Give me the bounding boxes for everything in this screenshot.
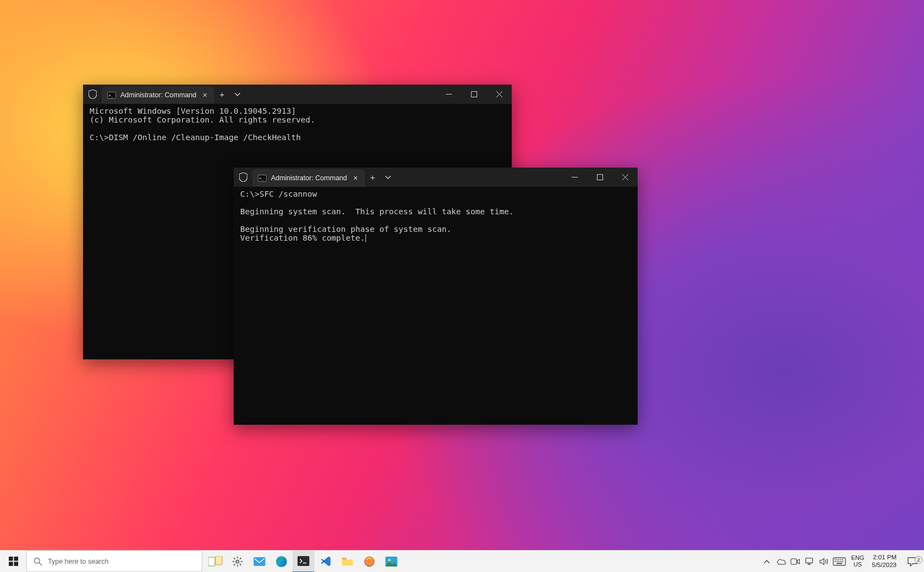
titlebar[interactable]: >_ Administrator: Command Prom × + [83,85,512,104]
svg-rect-14 [208,557,215,566]
tab-close-button[interactable]: × [351,174,359,182]
volume-icon[interactable] [817,551,831,573]
system-tray: ENG US 2:01 PM 5/5/2023 2 [760,551,924,572]
tab-title: Administrator: Command Prom [120,91,196,99]
start-button[interactable] [0,551,26,572]
svg-rect-45 [839,561,840,562]
output-line: Verification 86% complete. [240,234,365,242]
taskbar-app-edge[interactable] [270,551,292,573]
tab-close-button[interactable]: × [201,91,209,99]
output-line: Beginning system scan. This process will… [240,207,514,216]
svg-rect-41 [840,559,842,560]
action-center-button[interactable]: 2 [901,557,924,567]
taskbar-apps [202,551,402,572]
taskbar-app-terminal[interactable] [292,551,314,573]
svg-line-24 [240,558,241,559]
svg-rect-46 [840,561,842,562]
svg-text:>_: >_ [108,92,113,97]
svg-text:>_: >_ [259,175,264,180]
taskbar-app-news[interactable] [204,551,226,573]
notification-count-badge: 2 [915,556,922,564]
output-line: C:\>SFC /scannow [240,190,317,198]
svg-rect-8 [9,557,13,561]
search-icon [34,557,42,566]
tab[interactable]: >_ Administrator: Command Prom × [252,169,365,187]
minimize-button[interactable] [436,85,461,104]
maximize-button[interactable] [461,85,486,104]
svg-rect-10 [9,562,13,566]
svg-point-12 [35,558,40,563]
svg-rect-48 [837,563,842,564]
svg-rect-47 [843,561,844,562]
onedrive-icon[interactable] [774,551,788,573]
taskbar-app-vscode[interactable] [314,551,336,573]
network-icon[interactable] [803,551,817,573]
svg-line-22 [240,564,241,565]
clock-time: 2:01 PM [873,554,897,561]
search-placeholder: Type here to search [48,558,195,565]
svg-rect-29 [342,557,346,559]
svg-rect-15 [215,556,222,565]
tab-title: Administrator: Command Prom [271,174,347,182]
taskbar-app-explorer[interactable] [336,551,358,573]
language-top: ENG [851,555,864,562]
close-button[interactable] [486,85,512,104]
tab-dropdown-button[interactable] [230,93,245,96]
language-indicator[interactable]: ENG US [848,555,867,568]
clock-date: 5/5/2023 [872,562,897,569]
svg-point-16 [236,560,239,563]
titlebar[interactable]: >_ Administrator: Command Prom × + [234,168,638,187]
tray-overflow-button[interactable] [760,551,774,573]
svg-point-32 [388,559,390,561]
svg-rect-11 [14,562,18,566]
svg-rect-39 [837,559,838,560]
taskbar-app-mail[interactable] [248,551,270,573]
maximize-button[interactable] [587,168,612,187]
svg-rect-9 [14,557,18,561]
svg-rect-25 [253,557,265,566]
desktop: >_ Administrator: Command Prom × + [0,0,924,572]
taskbar-app-firefox[interactable] [358,551,380,573]
taskbar-app-photos[interactable] [380,551,402,573]
cmd-icon: >_ [107,92,116,99]
new-tab-button[interactable]: + [214,90,230,99]
svg-line-13 [39,563,42,565]
keyboard-icon[interactable] [831,551,848,573]
svg-rect-27 [297,556,309,566]
taskbar-app-settings[interactable] [226,551,248,573]
taskbar: Type here to search [0,550,924,572]
svg-rect-33 [791,559,797,564]
meet-now-icon[interactable] [788,551,803,573]
svg-line-23 [234,564,235,565]
text-cursor [366,234,366,242]
tab[interactable]: >_ Administrator: Command Prom × [102,86,214,104]
svg-rect-3 [471,92,477,97]
svg-rect-7 [597,175,602,180]
new-tab-button[interactable]: + [365,173,380,182]
shield-icon [83,90,102,99]
shield-icon [234,173,252,182]
svg-rect-43 [835,561,836,562]
minimize-button[interactable] [562,168,587,187]
search-box[interactable]: Type here to search [26,551,202,572]
terminal-output[interactable]: C:\>SFC /scannow Beginning system scan. … [234,187,638,425]
output-line: Microsoft Windows [Version 10.0.19045.29… [90,107,296,115]
cmd-icon: >_ [258,175,267,182]
tab-dropdown-button[interactable] [380,176,396,179]
output-line: C:\>DISM /Online /Cleanup-Image /CheckHe… [90,133,301,142]
svg-rect-40 [839,559,840,560]
language-bottom: US [854,562,862,568]
output-line: Beginning verification phase of system s… [240,225,451,234]
svg-rect-44 [837,561,838,562]
svg-rect-34 [806,558,812,563]
svg-rect-42 [843,559,844,560]
close-button[interactable] [612,168,638,187]
svg-rect-38 [835,559,836,560]
svg-line-21 [234,558,235,559]
output-line: (c) Microsoft Corporation. All rights re… [90,115,315,124]
terminal-window-front: >_ Administrator: Command Prom × + [234,168,638,425]
clock[interactable]: 2:01 PM 5/5/2023 [867,554,901,568]
